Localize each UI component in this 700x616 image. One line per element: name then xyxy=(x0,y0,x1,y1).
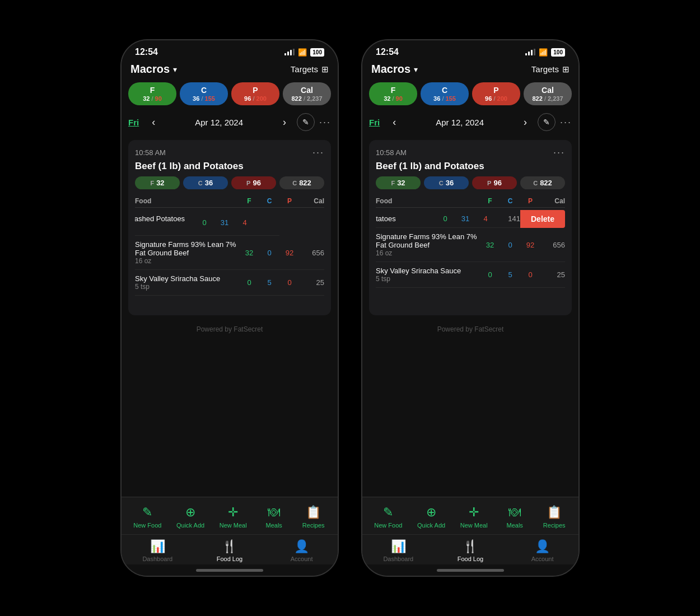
protein-label-right: P xyxy=(493,86,498,95)
new-meal-button-right[interactable]: ✛ New Meal xyxy=(456,502,492,532)
title-row-right[interactable]: Macros ▾ xyxy=(371,63,418,76)
quick-add-button-left[interactable]: ⊕ Quick Add xyxy=(172,502,209,532)
quick-add-button-right[interactable]: ⊕ Quick Add xyxy=(413,502,450,532)
pencil-icon-left[interactable]: ✎ xyxy=(297,113,315,131)
dashboard-icon-right: 📊 xyxy=(391,539,406,554)
new-food-button-left[interactable]: ✎ New Food xyxy=(129,502,166,532)
date-icons-right: ✎ ··· xyxy=(538,113,572,131)
macro-row-left: F 32 / 90 C 36 / 155 P 96 / 200 Cal 822 … xyxy=(122,80,338,109)
food-row-3-right[interactable]: Sky Valley Sriracha Sauce 5 tsp 0 5 0 25 xyxy=(376,262,565,288)
bottom-nav-left: 📊 Dashboard 🍴 Food Log 👤 Account xyxy=(122,534,338,564)
dashboard-icon-left: 📊 xyxy=(150,539,165,554)
nav-dashboard-right[interactable]: 📊 Dashboard xyxy=(376,539,421,562)
food-row-2-right[interactable]: Signature Farms 93% Lean 7% Fat Ground B… xyxy=(376,228,565,262)
macro-fat-right[interactable]: F 32 / 90 xyxy=(369,82,417,105)
title-row-left[interactable]: Macros ▾ xyxy=(130,63,177,76)
carb-values-left: 36 / 155 xyxy=(193,95,215,102)
food-row-1-right[interactable]: nt Mashed Potatoes 0 31 4 141 xyxy=(376,210,520,228)
meal-macro-c-right: C 36 xyxy=(424,176,469,189)
nav-account-right[interactable]: 👤 Account xyxy=(520,539,565,562)
targets-icon-left: ⊞ xyxy=(321,64,329,74)
prev-date-button-right[interactable]: ‹ xyxy=(385,113,403,131)
macro-protein-left[interactable]: P 96 / 200 xyxy=(231,82,279,105)
quick-add-label-left: Quick Add xyxy=(176,522,204,529)
targets-icon-right: ⊞ xyxy=(562,64,570,74)
targets-label-left: Targets xyxy=(291,64,318,74)
macro-cal-right[interactable]: Cal 822 / 2,237 xyxy=(524,82,572,105)
food-row-3-left[interactable]: Sky Valley Sriracha Sauce 5 tsp 0 5 0 25 xyxy=(135,270,324,296)
meal-time-left: 10:58 AM xyxy=(135,148,166,157)
delete-action-right[interactable]: Delete xyxy=(520,210,565,228)
pencil-icon-right[interactable]: ✎ xyxy=(538,113,556,131)
battery-left: 100 xyxy=(310,48,324,57)
recipes-icon-left: 📋 xyxy=(306,505,321,520)
quick-add-icon-left: ⊕ xyxy=(185,505,195,520)
bottom-toolbar-left: ✎ New Food ⊕ Quick Add ✛ New Meal 🍽 Meal… xyxy=(122,497,338,534)
more-dots-date-left[interactable]: ··· xyxy=(319,116,331,128)
meal-card-left: 10:58 AM ··· Beef (1 lb) and Potatoes F … xyxy=(128,140,331,315)
food-row-2-wrapper-left: Signature Farms 93% Lean 7% Fat Ground B… xyxy=(135,236,324,270)
meals-icon-right: 🍽 xyxy=(508,505,521,520)
new-food-button-right[interactable]: ✎ New Food xyxy=(370,502,407,532)
account-label-left: Account xyxy=(291,556,313,562)
meals-button-left[interactable]: 🍽 Meals xyxy=(257,502,291,532)
signal-icon-right xyxy=(525,49,535,55)
app-title-left: Macros xyxy=(130,63,170,76)
quick-add-label-right: Quick Add xyxy=(417,522,445,529)
current-date-right: Apr 12, 2024 xyxy=(407,118,513,127)
protein-values-left: 96 / 200 xyxy=(244,95,267,102)
nav-account-left[interactable]: 👤 Account xyxy=(279,539,324,562)
nav-food-log-left[interactable]: 🍴 Food Log xyxy=(207,539,252,562)
targets-button-left[interactable]: Targets ⊞ xyxy=(291,64,329,74)
recipes-button-right[interactable]: 📋 Recipes xyxy=(538,502,571,532)
food-row-2-wrapper-right: Signature Farms 93% Lean 7% Fat Ground B… xyxy=(376,228,565,262)
meals-button-right[interactable]: 🍽 Meals xyxy=(498,502,531,532)
status-icons-right: 📶 100 xyxy=(525,48,565,57)
chevron-down-icon-left: ▾ xyxy=(173,65,177,74)
new-meal-icon-right: ✛ xyxy=(469,505,479,520)
carb-label-left: C xyxy=(201,86,207,95)
status-bar-left: 12:54 📶 100 xyxy=(122,40,338,59)
meal-macro-pills-right: F 32 C 36 P 96 C 822 xyxy=(376,176,565,189)
food-table-header-right: Food F C P Cal xyxy=(376,195,565,208)
macro-fat-left[interactable]: F 32 / 90 xyxy=(128,82,176,105)
nav-dashboard-left[interactable]: 📊 Dashboard xyxy=(135,539,180,562)
day-link-right[interactable]: Fri xyxy=(369,118,380,127)
macro-cal-left[interactable]: Cal 822 / 2,237 xyxy=(283,82,331,105)
recipes-button-left[interactable]: 📋 Recipes xyxy=(297,502,330,532)
protein-values-right: 96 / 200 xyxy=(485,95,507,102)
meal-macro-f-right: F 32 xyxy=(376,176,421,189)
meal-menu-dots-left[interactable]: ··· xyxy=(312,147,324,158)
chevron-down-icon-right: ▾ xyxy=(414,65,418,74)
app-header-right: Macros ▾ Targets ⊞ xyxy=(362,59,578,80)
meal-macro-cal-right: C 822 xyxy=(520,176,565,189)
powered-by-left: Powered by FatSecret xyxy=(122,320,338,335)
food-row-3-wrapper-left: Sky Valley Sriracha Sauce 5 tsp 0 5 0 25 xyxy=(135,270,324,296)
next-date-button-left[interactable]: › xyxy=(276,113,293,131)
toolbar-buttons-right: ✎ New Food ⊕ Quick Add ✛ New Meal 🍽 Meal… xyxy=(362,502,578,532)
food-row-1-left[interactable]: 365 Instant Mashed Potatoes 42 g 0 31 4 xyxy=(135,210,279,236)
food-row-1-wrapper-right: Delete nt Mashed Potatoes 0 31 4 141 xyxy=(376,210,565,228)
macro-carb-left[interactable]: C 36 / 155 xyxy=(180,82,228,105)
day-link-left[interactable]: Fri xyxy=(128,118,139,127)
meal-macro-p-right: P 96 xyxy=(472,176,517,189)
meal-menu-dots-right[interactable]: ··· xyxy=(553,147,565,158)
carb-values-right: 36 / 155 xyxy=(433,95,456,102)
meal-card-right: 10:58 AM ··· Beef (1 lb) and Potatoes F … xyxy=(369,140,572,315)
macro-carb-right[interactable]: C 36 / 155 xyxy=(421,82,469,105)
nav-food-log-right[interactable]: 🍴 Food Log xyxy=(448,539,493,562)
prev-date-button-left[interactable]: ‹ xyxy=(144,113,162,131)
next-date-button-right[interactable]: › xyxy=(516,113,534,131)
food-log-icon-right: 🍴 xyxy=(463,539,478,554)
more-dots-date-right[interactable]: ··· xyxy=(560,116,572,128)
food-table-header-left: Food F C P Cal xyxy=(135,195,324,208)
new-meal-button-left[interactable]: ✛ New Meal xyxy=(215,502,251,532)
bottom-toolbar-right: ✎ New Food ⊕ Quick Add ✛ New Meal 🍽 Meal… xyxy=(362,497,578,534)
quick-add-icon-right: ⊕ xyxy=(426,505,436,520)
food-row-2-left[interactable]: Signature Farms 93% Lean 7% Fat Ground B… xyxy=(135,236,324,270)
status-time-left: 12:54 xyxy=(135,47,158,57)
meals-icon-left: 🍽 xyxy=(268,505,280,520)
macro-protein-right[interactable]: P 96 / 200 xyxy=(472,82,520,105)
food-row-3-wrapper-right: Sky Valley Sriracha Sauce 5 tsp 0 5 0 25 xyxy=(376,262,565,288)
targets-button-right[interactable]: Targets ⊞ xyxy=(531,64,570,74)
